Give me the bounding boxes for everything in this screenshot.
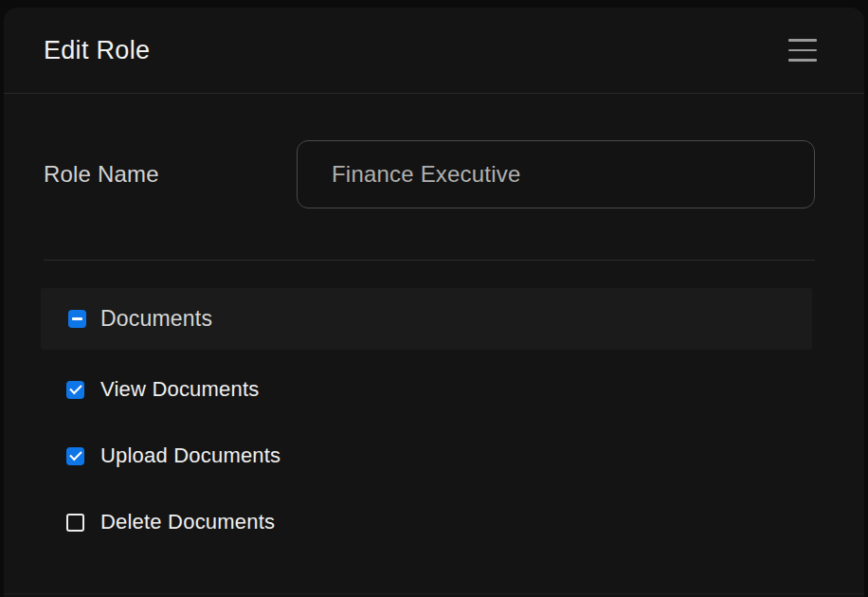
menu-button[interactable] [788, 35, 817, 65]
permission-row-view-documents[interactable]: View Documents [4, 356, 864, 423]
upload-documents-label: Upload Documents [100, 443, 280, 468]
role-name-label: Role Name [44, 161, 159, 188]
upload-documents-checkbox[interactable] [66, 447, 84, 465]
dialog-header: Edit Role [4, 8, 864, 94]
permission-row-delete-documents[interactable]: Delete Documents [4, 489, 864, 555]
delete-documents-label: Delete Documents [100, 510, 275, 534]
hamburger-icon [788, 59, 817, 62]
delete-documents-checkbox[interactable] [66, 514, 84, 532]
dialog-title: Edit Role [44, 36, 150, 65]
role-name-input[interactable] [297, 140, 815, 208]
documents-group-label: Documents [100, 306, 212, 332]
role-name-row: Role Name [44, 140, 815, 208]
permission-group-documents[interactable]: Documents [41, 288, 812, 350]
view-documents-checkbox[interactable] [66, 381, 84, 399]
edit-role-dialog: Edit Role Role Name Documents View Docum… [4, 8, 864, 597]
hamburger-icon [788, 39, 817, 42]
hamburger-icon [788, 49, 817, 52]
section-divider [44, 260, 815, 261]
bottom-divider [4, 593, 864, 594]
documents-group-checkbox[interactable] [68, 310, 86, 328]
permission-list: View Documents Upload Documents Delete D… [4, 356, 864, 555]
permission-row-upload-documents[interactable]: Upload Documents [4, 423, 864, 489]
view-documents-label: View Documents [100, 377, 259, 402]
